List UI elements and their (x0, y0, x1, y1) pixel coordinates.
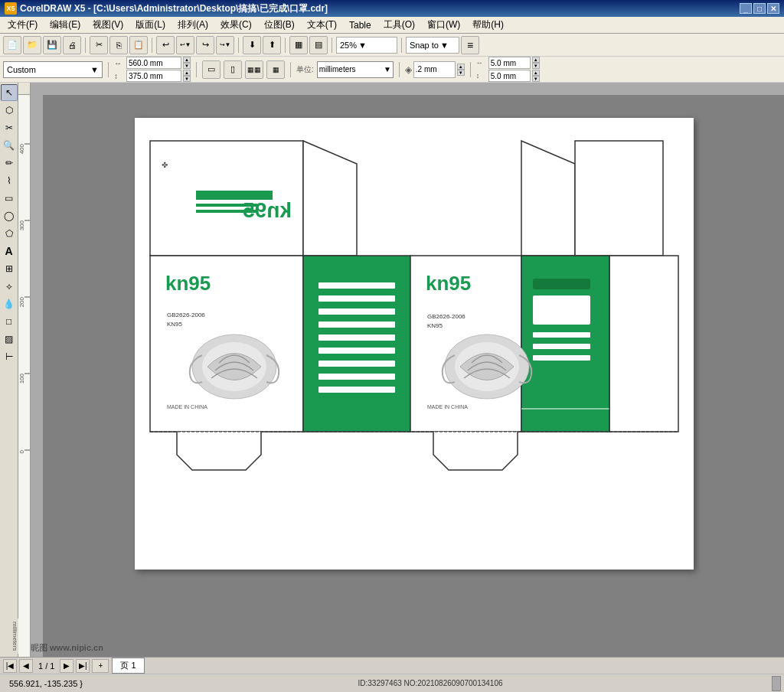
tool-rect[interactable]: ▭ (1, 190, 18, 207)
tool-select[interactable]: ↖ (1, 84, 18, 101)
menu-arrange[interactable]: 排列(A) (172, 17, 214, 33)
width-input[interactable] (126, 57, 181, 69)
undo-button[interactable]: ↩ (156, 36, 175, 54)
toolbar-sep-3 (238, 38, 239, 53)
tool-shape[interactable]: ⬡ (1, 102, 18, 119)
tool-text[interactable]: A (1, 243, 18, 260)
scroll-right-button[interactable] (772, 676, 781, 691)
height-input[interactable] (126, 70, 181, 82)
tool-interactive[interactable]: ⟡ (1, 278, 18, 295)
tool-eyedropper[interactable]: 💧 (1, 295, 18, 312)
page-tab[interactable]: 页 1 (112, 658, 144, 674)
toolbox: ↖ ⬡ ✂ 🔍 ✏ ⌇ ▭ ◯ ⬠ A ⊞ ⟡ 💧 □ ▨ ⊢ (0, 83, 18, 657)
menu-table[interactable]: Table (343, 18, 377, 32)
tool-freehand[interactable]: ✏ (1, 155, 18, 171)
y-spin-down[interactable]: ▼ (532, 76, 540, 82)
window-controls[interactable]: _ □ ✕ (740, 3, 779, 14)
svg-rect-70 (533, 344, 590, 349)
x-offset-input[interactable] (488, 57, 531, 69)
snap-options-button[interactable]: ≡ (461, 36, 479, 54)
snap-dropdown[interactable]: Snap to ▼ (406, 37, 459, 54)
x-spin-down[interactable]: ▼ (532, 63, 540, 69)
page-size-group: ↔ ▲ ▼ ↕ ▲ ▼ (114, 57, 191, 82)
width-spin-down[interactable]: ▼ (183, 63, 191, 69)
nudge-input[interactable] (413, 61, 456, 78)
cut-button[interactable]: ✂ (90, 36, 108, 54)
add-page-button[interactable]: + (92, 659, 109, 673)
import-button[interactable]: ⬇ (243, 36, 261, 54)
page-preset-select[interactable]: Custom ▼ (3, 61, 103, 78)
menu-effects[interactable]: 效果(C) (214, 17, 258, 33)
zoom-dropdown[interactable]: 25% ▼ (336, 37, 397, 54)
menu-text[interactable]: 文本(T) (301, 17, 343, 33)
height-spinbox[interactable]: ▲ ▼ (183, 70, 191, 82)
export-button[interactable]: ⬆ (263, 36, 281, 54)
y-offset-input[interactable] (488, 70, 531, 82)
close-button[interactable]: ✕ (767, 3, 779, 14)
menu-view[interactable]: 视图(V) (87, 17, 129, 33)
tool-table[interactable]: ⊞ (1, 260, 18, 277)
tool-polygon[interactable]: ⬠ (1, 225, 18, 242)
menu-edit[interactable]: 编辑(E) (44, 17, 87, 33)
portrait-button[interactable]: ▭ (202, 60, 220, 79)
nudge-spinbox[interactable]: ▲ ▼ (457, 64, 465, 76)
svg-text:kn95: kn95 (243, 198, 292, 222)
tool-zoom[interactable]: 🔍 (1, 137, 18, 154)
tool-smart[interactable]: ⌇ (1, 172, 18, 189)
open-button[interactable]: 📁 (23, 36, 41, 54)
units-label: 单位: (296, 64, 314, 75)
redo-button[interactable]: ↪ (196, 36, 214, 54)
width-spin-up[interactable]: ▲ (183, 57, 191, 63)
current-page-button[interactable]: ▦ (266, 60, 285, 79)
menu-file[interactable]: 文件(F) (2, 17, 44, 33)
units-select[interactable]: millimeters ▼ (317, 61, 394, 78)
zoom-mode-2-button[interactable]: ▤ (309, 36, 328, 54)
height-spin-up[interactable]: ▲ (183, 70, 191, 76)
svg-rect-67 (533, 279, 590, 289)
landscape-button[interactable]: ▯ (224, 60, 242, 79)
canvas[interactable]: kn95 ✤ kn95 GB2626-2006 KN95 MADE IN CHI… (43, 95, 784, 657)
tool-crop[interactable]: ✂ (1, 119, 18, 136)
tool-connector[interactable]: ⊢ (1, 348, 18, 365)
print-button[interactable]: 🖨 (63, 36, 81, 54)
next-page-button[interactable]: ▶ (60, 659, 74, 673)
menu-bitmap[interactable]: 位图(B) (258, 17, 301, 33)
width-row: ↔ ▲ ▼ (114, 57, 191, 69)
maximize-button[interactable]: □ (753, 3, 766, 14)
menu-layout[interactable]: 版面(L) (129, 17, 172, 33)
main-canvas-area[interactable]: kn95 ✤ kn95 GB2626-2006 KN95 MADE IN CHI… (31, 83, 784, 657)
svg-rect-53 (318, 295, 395, 302)
paste-button[interactable]: 📋 (129, 36, 148, 54)
nudge-spin-up[interactable]: ▲ (457, 64, 465, 70)
tool-outline[interactable]: □ (1, 313, 18, 330)
first-page-button[interactable]: |◀ (3, 659, 17, 673)
new-button[interactable]: 📄 (3, 36, 21, 54)
x-spinbox[interactable]: ▲ ▼ (532, 57, 540, 69)
minimize-button[interactable]: _ (740, 3, 752, 14)
width-spinbox[interactable]: ▲ ▼ (183, 57, 191, 69)
y-spinbox[interactable]: ▲ ▼ (532, 70, 540, 82)
height-spin-down[interactable]: ▼ (183, 76, 191, 82)
standard-toolbar: 📄 📁 💾 🖨 ✂ ⎘ 📋 ↩ ↩▼ ↪ ↪▼ ⬇ ⬆ ▦ ▤ 25% ▼ Sn… (0, 34, 784, 57)
x-spin-up[interactable]: ▲ (532, 57, 540, 63)
all-pages-button[interactable]: ▦▦ (245, 60, 263, 79)
last-page-button[interactable]: ▶| (76, 659, 90, 673)
svg-rect-68 (533, 295, 590, 325)
zoom-mode-button[interactable]: ▦ (289, 36, 308, 54)
save-button[interactable]: 💾 (43, 36, 61, 54)
redo-history-button[interactable]: ↪▼ (216, 36, 234, 54)
menu-window[interactable]: 窗口(W) (421, 17, 466, 33)
nudge-spin-down[interactable]: ▼ (457, 70, 465, 76)
menu-help[interactable]: 帮助(H) (466, 17, 510, 33)
tool-fill[interactable]: ▨ (1, 331, 18, 348)
window-title: CorelDRAW X5 - [C:\Users\Administrator\D… (20, 2, 740, 15)
copy-button[interactable]: ⎘ (109, 36, 128, 54)
y-spin-up[interactable]: ▲ (532, 70, 540, 76)
prop-sep-2 (196, 62, 197, 77)
undo-history-button[interactable]: ↩▼ (176, 36, 194, 54)
prev-page-button[interactable]: ◀ (19, 659, 33, 673)
tool-ellipse[interactable]: ◯ (1, 207, 18, 224)
menu-tools[interactable]: 工具(O) (377, 17, 421, 33)
svg-rect-60 (318, 387, 395, 393)
svg-text:300: 300 (18, 220, 25, 230)
